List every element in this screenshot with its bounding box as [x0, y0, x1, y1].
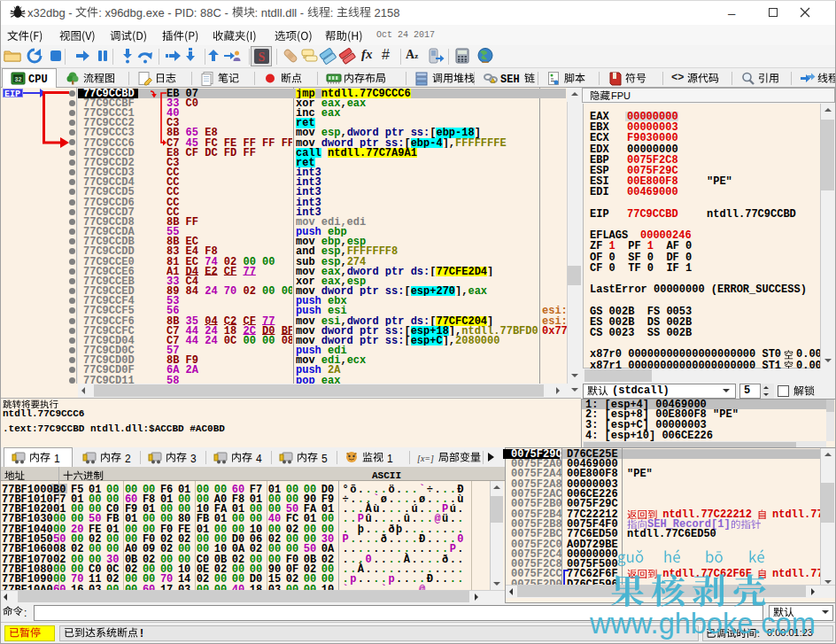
- svg-text:S: S: [259, 50, 266, 64]
- svg-text:32: 32: [15, 76, 22, 82]
